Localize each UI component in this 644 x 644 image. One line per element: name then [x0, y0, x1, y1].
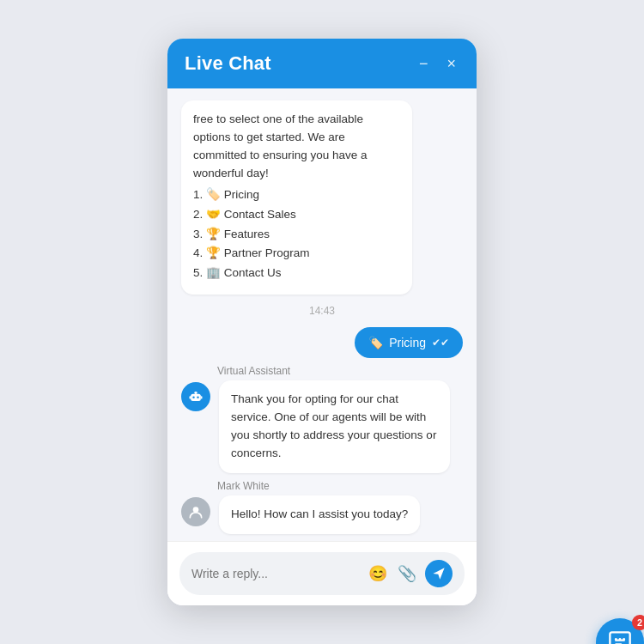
user-message-icon: 🏷️	[368, 336, 383, 349]
reply-box: 😊 📎	[179, 552, 465, 595]
virtual-assistant-message: Thank you for opting for our chat servic…	[219, 380, 450, 473]
close-button[interactable]: ×	[443, 54, 459, 73]
svg-point-10	[623, 638, 625, 641]
list-item[interactable]: 4. 🏆 Partner Program	[193, 245, 400, 263]
bot-message-1: free to select one of the available opti…	[181, 100, 412, 295]
virtual-assistant-section: Virtual Assistant	[181, 365, 463, 473]
svg-point-1	[192, 397, 195, 399]
chat-header: Live Chat − ×	[167, 39, 477, 88]
chat-title: Live Chat	[185, 52, 271, 75]
svg-point-9	[619, 638, 622, 641]
chat-fab-button[interactable]: 2	[596, 618, 644, 644]
check-icon: ✔✔	[432, 337, 449, 349]
virtual-assistant-avatar	[181, 382, 210, 411]
reply-input[interactable]	[191, 567, 360, 580]
list-item[interactable]: 1. 🏷️ Pricing	[193, 186, 400, 204]
mark-white-row: Hello! How can I assist you today?	[181, 495, 463, 534]
timestamp-1: 14:43	[181, 305, 463, 317]
list-item[interactable]: 3. 🏆 Features	[193, 226, 400, 244]
header-actions: − ×	[416, 54, 459, 73]
mark-white-avatar	[181, 497, 210, 526]
mark-white-label: Mark White	[217, 480, 463, 492]
virtual-assistant-row: Thank you for opting for our chat servic…	[181, 380, 463, 473]
user-message-text: Pricing	[389, 336, 426, 349]
mark-white-section: Mark White Hello! How can I assist you t…	[181, 480, 463, 534]
svg-point-7	[193, 507, 199, 513]
send-button[interactable]	[425, 560, 453, 587]
svg-point-2	[197, 397, 199, 399]
svg-rect-6	[201, 396, 203, 398]
mark-white-message: Hello! How can I assist you today?	[219, 495, 420, 534]
svg-point-8	[615, 638, 617, 641]
emoji-button[interactable]: 😊	[367, 564, 389, 583]
menu-list: 1. 🏷️ Pricing 2. 🤝 Contact Sales 3. 🏆 Fe…	[193, 186, 400, 283]
chat-window: Live Chat − × free to select one of the …	[167, 39, 477, 605]
user-message-row: 🏷️ Pricing ✔✔	[181, 327, 463, 358]
minimize-button[interactable]: −	[416, 54, 432, 73]
virtual-assistant-label: Virtual Assistant	[217, 365, 463, 377]
bot-message-1-text: free to select one of the available opti…	[193, 112, 368, 179]
list-item[interactable]: 5. 🏢 Contact Us	[193, 264, 400, 283]
user-message-1: 🏷️ Pricing ✔✔	[355, 327, 463, 358]
fab-badge: 2	[632, 615, 644, 630]
page-wrapper: Live Chat − × free to select one of the …	[0, 0, 644, 644]
list-item[interactable]: 2. 🤝 Contact Sales	[193, 206, 400, 224]
svg-rect-0	[191, 394, 201, 401]
chat-body: free to select one of the available opti…	[167, 88, 477, 541]
chat-footer: 😊 📎	[167, 541, 477, 605]
svg-rect-5	[190, 396, 191, 398]
attach-button[interactable]: 📎	[396, 564, 418, 583]
